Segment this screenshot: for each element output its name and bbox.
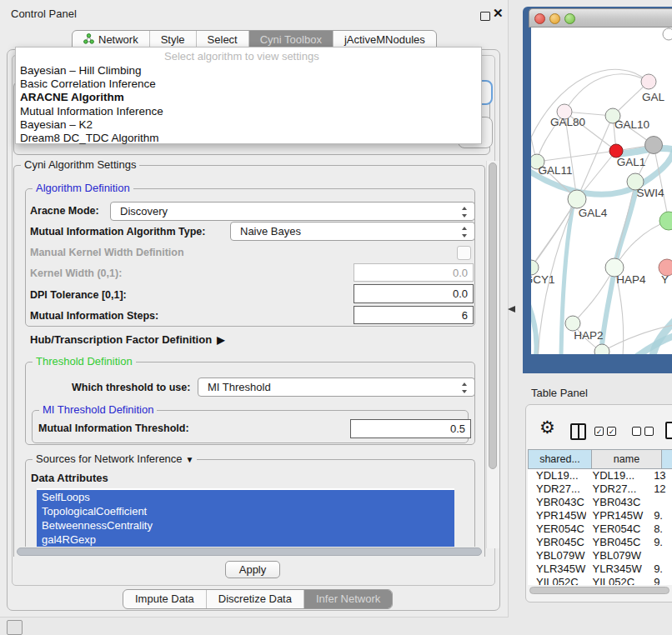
table-panel-title: Table Panel xyxy=(531,387,588,399)
mi-steps-field[interactable]: 6 xyxy=(354,306,474,324)
aracne-mode-value: Discovery xyxy=(120,205,168,218)
table-row[interactable]: YER054CYER054C8. xyxy=(528,522,672,536)
table-cell: YIL052C xyxy=(586,576,649,585)
algorithm-option-dream8-dc-tdc-algorithm[interactable]: Dream8 DC_TDC Algorithm xyxy=(16,132,481,145)
mi-threshold-label: Mutual Information Threshold: xyxy=(38,422,189,434)
dropdown-arrows-icon xyxy=(461,382,469,393)
network-view-window[interactable]: GALGAL80GAL10GAL1GAL11SWI4GAL4GCY1HAP4YH… xyxy=(523,7,672,373)
checked-checkbox-icon: ✓ xyxy=(594,427,604,436)
tab-infer-network[interactable]: Infer Network xyxy=(303,590,392,608)
node-green-right[interactable] xyxy=(659,212,672,230)
node-label-gal80: GAL80 xyxy=(550,116,585,128)
node-label-gal11: GAL11 xyxy=(538,164,572,177)
column-header-shared[interactable]: shared... xyxy=(528,449,592,469)
manual-kernel-checkbox[interactable] xyxy=(457,246,471,260)
algorithm-option-mutual-information-inference[interactable]: Mutual Information Inference xyxy=(16,105,481,118)
algorithm-option-bayesian-k2[interactable]: Bayesian – K2 xyxy=(16,118,481,132)
column-view-icon[interactable] xyxy=(570,423,586,440)
tab-label: Impute Data xyxy=(135,592,194,605)
apply-button[interactable]: Apply xyxy=(225,561,280,578)
column-header-name[interactable]: name xyxy=(592,449,662,469)
control-panel-window: Control Panel ✕ NetworkStyleSelectCyni T… xyxy=(0,0,509,618)
float-window-icon[interactable] xyxy=(480,12,490,21)
hub-definition-label: Hub/Transcription Factor Definition xyxy=(30,333,212,346)
table-cell: YBR043C xyxy=(528,496,586,509)
network-edge xyxy=(564,74,649,112)
table-row[interactable]: YBR045CYBR045C9. xyxy=(528,536,672,549)
table-cell: YBR045C xyxy=(528,536,586,549)
network-edge xyxy=(531,107,537,162)
table-cell: YBR045C xyxy=(586,536,649,549)
unchecked-checkbox-icon xyxy=(632,427,641,436)
vertical-scrollbar[interactable] xyxy=(486,161,499,548)
network-edge xyxy=(531,69,649,148)
zoom-traffic-light-icon[interactable] xyxy=(564,13,575,24)
table-row[interactable]: YBL079WYBL079W xyxy=(528,549,672,562)
mi-type-label: Mutual Information Algorithm Type: xyxy=(30,226,205,238)
table-row[interactable]: YPR145WYPR145W9. xyxy=(528,509,672,522)
network-window-titlebar[interactable] xyxy=(529,8,672,28)
table-row[interactable]: YIL052CYIL052C9 xyxy=(528,576,672,585)
data-attributes-label: Data Attributes xyxy=(31,472,108,484)
tab-discretize-data[interactable]: Discretize Data xyxy=(206,590,303,608)
mi-type-select[interactable]: Naive Bayes xyxy=(230,222,475,241)
close-traffic-light-icon[interactable] xyxy=(534,13,545,24)
network-edge xyxy=(537,151,616,162)
collapsed-panel-icon[interactable] xyxy=(7,620,23,635)
node-gray[interactable] xyxy=(645,137,663,154)
dropdown-arrows-icon xyxy=(461,227,469,238)
deselect-all-checkboxes-icon[interactable] xyxy=(632,427,654,436)
table-cell: YDL19... xyxy=(586,469,649,482)
table-cell: 9 xyxy=(649,576,672,585)
node-GAL4[interactable] xyxy=(568,190,586,208)
aracne-mode-select[interactable]: Discovery xyxy=(110,202,475,221)
tab-label: Network xyxy=(98,33,138,46)
horizontal-scrollbar-thumb[interactable] xyxy=(17,548,482,556)
network-graph: GALGAL80GAL10GAL1GAL11SWI4GAL4GCY1HAP4YH… xyxy=(531,28,672,354)
hub-definition-toggle[interactable]: Hub/Transcription Factor Definition▶ xyxy=(30,333,224,346)
dpi-tolerance-field[interactable]: 0.0 xyxy=(354,284,474,303)
tab-impute-data[interactable]: Impute Data xyxy=(123,590,206,608)
table-row[interactable]: YDL19...YDL19...13 xyxy=(528,469,672,482)
network-edge xyxy=(577,116,613,199)
table-row[interactable]: YBR043CYBR043C xyxy=(528,496,672,509)
group-title: MI Threshold Definition xyxy=(39,403,157,416)
attribute-item-gal4rgexp[interactable]: gal4RGexp xyxy=(37,532,454,547)
algorithm-options-list: Bayesian – Hill ClimbingBasic Correlatio… xyxy=(16,64,481,145)
close-window-icon[interactable]: ✕ xyxy=(493,6,504,21)
algorithm-option-bayesian-hill-climbing[interactable]: Bayesian – Hill Climbing xyxy=(16,64,481,78)
mi-threshold-field[interactable]: 0.5 xyxy=(350,419,471,438)
document-icon[interactable] xyxy=(665,422,672,439)
table-row[interactable]: YLR345WYLR345W9. xyxy=(528,562,672,576)
unchecked-checkbox-icon xyxy=(644,427,654,436)
select-all-checkboxes-icon[interactable]: ✓ ✓ xyxy=(594,427,616,436)
table-cell: 9. xyxy=(649,509,672,522)
node-bottom[interactable] xyxy=(594,344,609,354)
algorithm-dropdown-popup: Select algorithm to view settings Bayesi… xyxy=(15,47,482,144)
column-header-partial[interactable] xyxy=(662,449,672,469)
table-row[interactable]: YDR27...YDR27...12 xyxy=(528,482,672,496)
network-canvas[interactable]: GALGAL80GAL10GAL1GAL11SWI4GAL4GCY1HAP4YH… xyxy=(531,28,672,354)
algorithm-option-aracne-algorithm[interactable]: ARACNE Algorithm xyxy=(16,91,481,104)
table-cell xyxy=(649,549,672,562)
tab-label: jActiveMNodules xyxy=(344,33,425,46)
table-horizontal-scrollbar-thumb[interactable] xyxy=(529,587,669,594)
gear-icon[interactable]: ⚙ xyxy=(539,419,555,436)
table-cell: YPR145W xyxy=(586,509,649,522)
attribute-item-topologicalcoefficient[interactable]: TopologicalCoefficient xyxy=(37,504,454,518)
node-pink-top[interactable] xyxy=(641,74,656,89)
algorithm-option-basic-correlation-inference[interactable]: Basic Correlation Inference xyxy=(16,78,481,91)
sources-toggle[interactable]: Sources for Network Inference▼ xyxy=(33,452,197,465)
tab-label: Style xyxy=(161,33,185,46)
node-label-gcy1: GCY1 xyxy=(531,273,554,286)
group-title: Cyni Algorithm Settings xyxy=(21,158,139,171)
table-cell: 9. xyxy=(649,536,672,549)
node-top-fragment[interactable] xyxy=(663,28,672,40)
table-cell: YLR345W xyxy=(586,562,649,576)
minimize-traffic-light-icon[interactable] xyxy=(549,13,560,24)
table-cell: 9. xyxy=(649,562,672,576)
vertical-scrollbar-thumb[interactable] xyxy=(489,162,497,469)
attribute-item-selfloops[interactable]: SelfLoops xyxy=(37,490,454,504)
which-threshold-select[interactable]: MI Threshold xyxy=(198,378,475,397)
attribute-item-betweennesscentrality[interactable]: BetweennessCentrality xyxy=(37,518,454,532)
